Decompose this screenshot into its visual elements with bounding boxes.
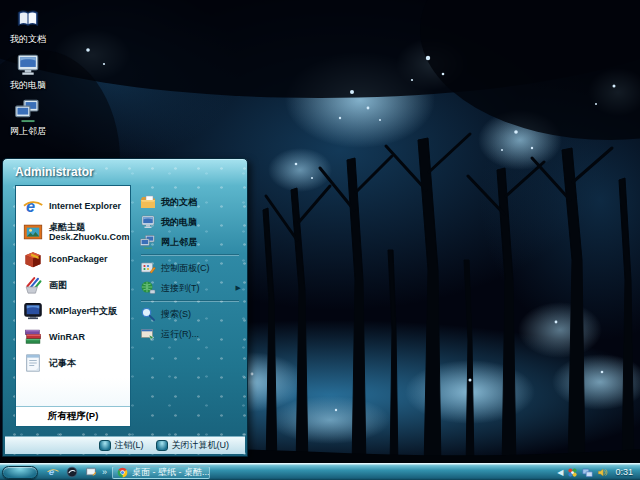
start-menu-pinned-panel: e Internet Explorer 桌酷主题 Desk.ZhuoKu.Com <box>15 185 131 427</box>
taskbar-clock[interactable]: 0:31 <box>615 467 633 477</box>
desktop-icon-label: 我的电脑 <box>0 79 56 92</box>
start-place-label: 运行(R)... <box>161 328 199 341</box>
menu-separator <box>141 254 239 256</box>
all-programs-button[interactable]: 所有程序(P) <box>16 406 130 426</box>
start-place-label: 控制面板(C) <box>161 262 210 275</box>
internet-explorer-icon[interactable]: e <box>47 466 59 478</box>
menu-separator <box>141 300 239 302</box>
volume-tray-icon[interactable] <box>597 467 608 478</box>
network-tray-icon[interactable] <box>582 467 593 478</box>
my-computer-icon <box>15 52 41 78</box>
submenu-arrow-icon: ▶ <box>236 284 241 292</box>
run-icon <box>140 326 156 342</box>
start-menu-places-panel: 我的文档 我的电脑 网上邻居 控制面板(C) <box>133 185 247 427</box>
start-place-network-places[interactable]: 网上邻居 <box>133 232 247 252</box>
start-item-label: Internet Explorer <box>49 201 121 211</box>
start-place-control-panel[interactable]: 控制面板(C) <box>133 258 247 278</box>
start-item-zhuoku-theme[interactable]: 桌酷主题 Desk.ZhuoKu.Com <box>16 219 130 246</box>
security-tray-icon[interactable] <box>567 467 578 478</box>
show-desktop-icon[interactable] <box>85 466 97 478</box>
my-documents-icon <box>15 6 41 32</box>
start-button[interactable] <box>2 466 38 479</box>
start-item-paint[interactable]: 画图 <box>16 272 130 298</box>
desktop-icon-network-places[interactable]: 网上邻居 <box>0 98 56 138</box>
shut-down-button[interactable]: 关闭计算机(U) <box>156 439 230 452</box>
network-places-icon <box>140 234 156 250</box>
start-item-label: 桌酷主题 <box>49 222 130 232</box>
shut-down-icon <box>156 440 168 451</box>
my-computer-icon <box>140 214 156 230</box>
start-item-sublabel: Desk.ZhuoKu.Com <box>49 232 130 242</box>
start-place-label: 我的文档 <box>161 196 197 209</box>
task-button-label: 桌面 - 壁纸 - 桌酷... <box>132 466 210 479</box>
start-place-search[interactable]: 搜索(S) <box>133 304 247 324</box>
start-place-my-documents[interactable]: 我的文档 <box>133 192 247 212</box>
chrome-icon <box>117 467 128 478</box>
start-place-connect-to[interactable]: 连接到(T) ▶ <box>133 278 247 298</box>
start-place-my-computer[interactable]: 我的电脑 <box>133 212 247 232</box>
start-menu: Administrator e Internet Explorer 桌酷主题 D… <box>2 158 248 457</box>
start-item-label: 记事本 <box>49 358 76 368</box>
start-menu-header: Administrator <box>3 159 247 185</box>
taskbar: e » 桌面 - 壁纸 - 桌酷... ◀ <box>0 463 640 480</box>
winrar-icon <box>23 327 43 347</box>
zhuoku-theme-icon <box>23 222 43 242</box>
task-button-desktop-wallpaper[interactable]: 桌面 - 壁纸 - 桌酷... <box>112 466 210 479</box>
quick-launch: e <box>47 466 97 478</box>
iconpackager-icon <box>23 249 43 269</box>
start-place-run[interactable]: 运行(R)... <box>133 324 247 344</box>
svg-text:e: e <box>49 466 55 477</box>
shut-down-label: 关闭计算机(U) <box>172 439 230 452</box>
internet-explorer-icon: e <box>23 196 43 216</box>
paint-icon <box>23 275 43 295</box>
kmplayer-icon <box>23 301 43 321</box>
user-name: Administrator <box>15 165 94 179</box>
system-tray: ◀ 0:31 <box>557 467 640 478</box>
my-documents-icon <box>140 194 156 210</box>
quick-launch-overflow-button[interactable]: » <box>102 467 107 477</box>
start-place-label: 搜索(S) <box>161 308 191 321</box>
search-icon <box>140 306 156 322</box>
start-item-label: KMPlayer中文版 <box>49 306 117 316</box>
desktop-icon-label: 我的文档 <box>0 33 56 46</box>
start-place-label: 我的电脑 <box>161 216 197 229</box>
control-panel-icon <box>140 260 156 276</box>
start-menu-footer: 注销(L) 关闭计算机(U) <box>5 436 245 454</box>
network-places-icon <box>15 98 41 124</box>
notepad-icon <box>23 353 43 373</box>
start-item-label: IconPackager <box>49 254 108 264</box>
start-place-label: 连接到(T) <box>161 282 200 295</box>
desktop-icon-my-computer[interactable]: 我的电脑 <box>0 52 56 92</box>
log-off-button[interactable]: 注销(L) <box>99 439 144 452</box>
start-item-label: WinRAR <box>49 332 85 342</box>
tray-collapse-icon[interactable]: ◀ <box>557 468 563 477</box>
start-item-iconpackager[interactable]: IconPackager <box>16 246 130 272</box>
start-item-internet-explorer[interactable]: e Internet Explorer <box>16 193 130 219</box>
start-item-notepad[interactable]: 记事本 <box>16 350 130 376</box>
log-off-icon <box>99 440 111 451</box>
connect-to-icon <box>140 280 156 296</box>
start-place-label: 网上邻居 <box>161 236 197 249</box>
desktop: 我的文档 我的电脑 网上邻居 Administrator e <box>0 0 640 480</box>
browser-icon[interactable] <box>66 466 78 478</box>
start-item-winrar[interactable]: WinRAR <box>16 324 130 350</box>
svg-text:e: e <box>26 197 35 215</box>
start-item-label: 画图 <box>49 280 67 290</box>
all-programs-label: 所有程序(P) <box>48 410 99 423</box>
desktop-icon-my-documents[interactable]: 我的文档 <box>0 6 56 46</box>
start-item-kmplayer[interactable]: KMPlayer中文版 <box>16 298 130 324</box>
log-off-label: 注销(L) <box>115 439 144 452</box>
desktop-icon-label: 网上邻居 <box>0 125 56 138</box>
